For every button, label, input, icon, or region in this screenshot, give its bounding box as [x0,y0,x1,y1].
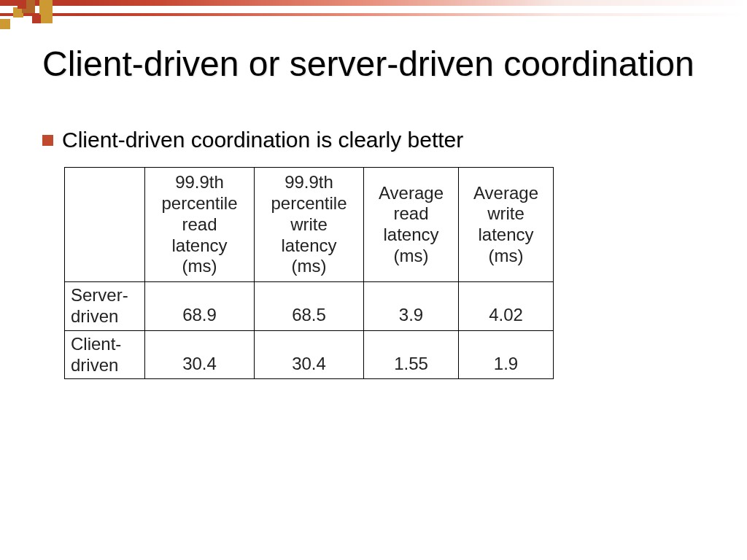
bullet-item: Client-driven coordination is clearly be… [42,128,718,152]
table-header-cell [65,168,145,282]
latency-table-wrap: 99.9th percentile read latency (ms) 99.9… [64,167,718,379]
slide-content: Client-driven or server-driven coordinat… [42,44,718,379]
square-icon [0,19,10,29]
table-row: Client-driven 30.4 30.4 1.55 1.9 [65,330,554,379]
table-cell: 1.9 [459,330,554,379]
table-header-row: 99.9th percentile read latency (ms) 99.9… [65,168,554,282]
bullet-square-icon [42,135,53,146]
table-cell: 68.9 [145,282,255,331]
table-row-label: Server-driven [65,282,145,331]
table-row: Server-driven 68.9 68.5 3.9 4.02 [65,282,554,331]
latency-table: 99.9th percentile read latency (ms) 99.9… [64,167,554,379]
table-cell: 30.4 [255,330,364,379]
slide-top-border [0,0,747,16]
square-icon [39,0,53,23]
table-cell: 3.9 [364,282,459,331]
table-row-label: Client-driven [65,330,145,379]
table-header-cell: 99.9th percentile read latency (ms) [145,168,255,282]
table-header-cell: 99.9th percentile write latency (ms) [255,168,364,282]
bullet-text: Client-driven coordination is clearly be… [62,128,463,152]
table-cell: 68.5 [255,282,364,331]
square-icon [18,0,26,9]
slide-top-border-inner [0,6,747,13]
square-icon [32,15,41,23]
slide-title: Client-driven or server-driven coordinat… [42,44,718,84]
table-cell: 4.02 [459,282,554,331]
table-cell: 1.55 [364,330,459,379]
table-header-cell: Average read latency (ms) [364,168,459,282]
table-cell: 30.4 [145,330,255,379]
decorative-squares [0,0,66,33]
table-header-cell: Average write latency (ms) [459,168,554,282]
